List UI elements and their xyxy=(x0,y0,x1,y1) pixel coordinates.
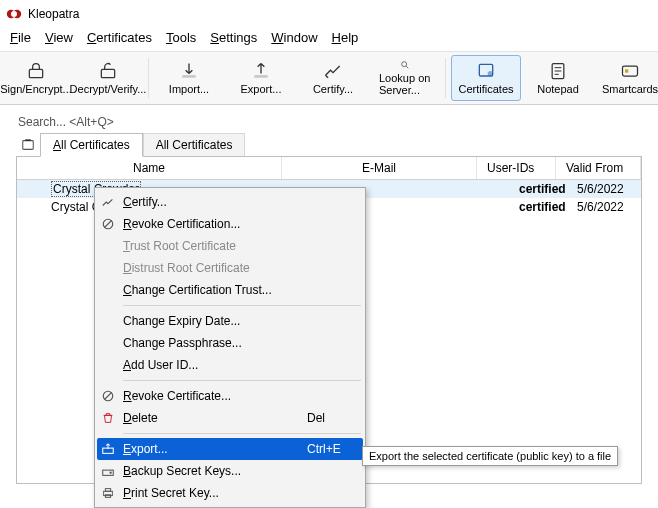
tool-smartcards[interactable]: Smartcards xyxy=(595,55,658,101)
svg-rect-3 xyxy=(29,69,42,77)
tool-notepad[interactable]: Notepad xyxy=(523,55,593,101)
printer-icon xyxy=(97,486,119,500)
svg-rect-5 xyxy=(182,75,195,78)
export-tooltip: Export the selected certificate (public … xyxy=(362,446,618,466)
app-title: Kleopatra xyxy=(28,7,79,21)
tool-certify[interactable]: Certify... xyxy=(298,55,368,101)
svg-point-9 xyxy=(488,71,493,76)
menu-view[interactable]: View xyxy=(45,30,73,45)
signature-icon xyxy=(97,195,119,209)
title-bar: Kleopatra xyxy=(0,0,658,28)
svg-point-7 xyxy=(402,62,407,67)
tool-sign-encrypt[interactable]: Sign/Encrypt... xyxy=(1,55,71,101)
ctx-add-user-id[interactable]: Add User ID... xyxy=(97,354,363,376)
tool-lookup[interactable]: Lookup on Server... xyxy=(370,55,440,101)
menu-settings[interactable]: Settings xyxy=(210,30,257,45)
ctx-delete-accel: Del xyxy=(307,411,363,425)
ctx-export-accel: Ctrl+E xyxy=(307,442,363,456)
tab-all-certificates-2[interactable]: All Certificates xyxy=(143,133,246,157)
cert-valid-from: 5/6/2022 xyxy=(577,200,641,214)
svg-rect-12 xyxy=(625,69,628,72)
table-header: Name E-Mail User-IDs Valid From xyxy=(17,157,641,180)
cert-valid-from: 5/6/2022 xyxy=(577,182,641,196)
tool-export[interactable]: Export... xyxy=(226,55,296,101)
ctx-trust-root: Trust Root Certificate xyxy=(97,235,363,257)
cert-status: certified xyxy=(519,200,577,214)
ctx-revoke-certification[interactable]: Revoke Certification... xyxy=(97,213,363,235)
search-input[interactable]: Search... <Alt+Q> xyxy=(0,105,658,133)
svg-rect-4 xyxy=(101,69,114,77)
ctx-revoke-certificate[interactable]: Revoke Certificate... xyxy=(97,385,363,407)
context-menu: Certify... Revoke Certification... Trust… xyxy=(94,187,366,508)
export-icon xyxy=(97,442,119,456)
svg-point-2 xyxy=(11,11,17,17)
tool-import[interactable]: Import... xyxy=(154,55,224,101)
tool-decrypt-verify[interactable]: Decrypt/Verify... xyxy=(73,55,143,101)
menu-certificates[interactable]: Certificates xyxy=(87,30,152,45)
svg-rect-6 xyxy=(254,75,267,78)
ctx-change-passphrase[interactable]: Change Passphrase... xyxy=(97,332,363,354)
cert-status: certified xyxy=(519,182,577,196)
svg-point-18 xyxy=(109,472,111,474)
col-user-ids[interactable]: User-IDs xyxy=(477,157,556,179)
trash-icon xyxy=(97,411,119,425)
svg-rect-13 xyxy=(23,141,34,150)
ctx-certify[interactable]: Certify... xyxy=(97,191,363,213)
menu-bar: File View Certificates Tools Settings Wi… xyxy=(0,28,658,51)
ctx-backup-secret-keys[interactable]: Backup Secret Keys... xyxy=(97,460,363,482)
revoke-icon xyxy=(97,389,119,403)
new-tab-icon[interactable] xyxy=(16,133,40,157)
backup-icon xyxy=(97,464,119,478)
revoke-icon xyxy=(97,217,119,231)
menu-tools[interactable]: Tools xyxy=(166,30,196,45)
ctx-delete[interactable]: Delete Del xyxy=(97,407,363,429)
ctx-distrust-root: Distrust Root Certificate xyxy=(97,257,363,279)
ctx-print-secret-key[interactable]: Print Secret Key... xyxy=(97,482,363,504)
ctx-export[interactable]: Export... Ctrl+E xyxy=(97,438,363,460)
svg-rect-20 xyxy=(105,489,110,492)
tab-row: All Certificates All Certificates xyxy=(16,133,642,157)
toolbar: Sign/Encrypt... Decrypt/Verify... Import… xyxy=(0,51,658,105)
tab-all-certificates[interactable]: All Certificates xyxy=(40,133,143,157)
col-email[interactable]: E-Mail xyxy=(282,157,477,179)
svg-rect-11 xyxy=(623,66,638,76)
cert-name: Crystal C xyxy=(51,200,100,214)
app-icon xyxy=(6,6,22,22)
ctx-change-expiry[interactable]: Change Expiry Date... xyxy=(97,310,363,332)
col-valid-from[interactable]: Valid From xyxy=(556,157,641,179)
ctx-change-trust[interactable]: Change Certification Trust... xyxy=(97,279,363,301)
tool-certificates[interactable]: Certificates xyxy=(451,55,521,101)
menu-help[interactable]: Help xyxy=(332,30,359,45)
col-name[interactable]: Name xyxy=(17,157,282,179)
menu-file[interactable]: File xyxy=(10,30,31,45)
menu-window[interactable]: Window xyxy=(271,30,317,45)
